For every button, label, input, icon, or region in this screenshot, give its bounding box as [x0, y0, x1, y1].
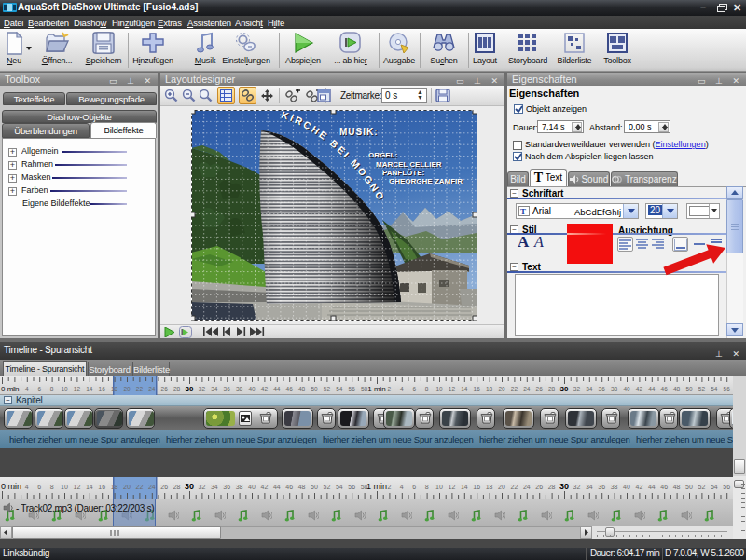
svg-text:38: 38 — [611, 484, 618, 490]
svg-text:12: 12 — [449, 386, 456, 392]
svg-text:16: 16 — [473, 484, 480, 490]
svg-text:30: 30 — [186, 385, 194, 393]
svg-text:42: 42 — [636, 386, 643, 392]
svg-text:40: 40 — [248, 484, 256, 490]
svg-text:50: 50 — [685, 386, 693, 392]
svg-text:2: 2 — [387, 484, 391, 490]
svg-text:52: 52 — [324, 484, 331, 490]
svg-text:20: 20 — [123, 386, 131, 392]
svg-text:40: 40 — [248, 386, 256, 392]
svg-text:8: 8 — [425, 386, 429, 392]
svg-text:40: 40 — [623, 386, 630, 392]
svg-text:0 min: 0 min — [1, 482, 21, 491]
svg-text:12: 12 — [74, 386, 81, 392]
svg-text:12: 12 — [74, 484, 81, 490]
svg-text:14: 14 — [86, 386, 93, 392]
svg-text:36: 36 — [599, 386, 606, 392]
svg-text:22: 22 — [511, 386, 518, 392]
svg-text:46: 46 — [286, 386, 294, 392]
svg-text:26: 26 — [161, 386, 169, 392]
svg-text:GHEORGHE ZAMFIR: GHEORGHE ZAMFIR — [389, 177, 463, 185]
svg-text:36: 36 — [598, 484, 605, 490]
svg-text:36: 36 — [223, 484, 230, 490]
svg-text:20: 20 — [498, 484, 505, 490]
svg-text:12: 12 — [449, 484, 456, 490]
svg-text:34: 34 — [586, 484, 593, 490]
svg-text:32: 32 — [573, 484, 581, 490]
svg-text:26: 26 — [536, 386, 544, 392]
svg-text:54: 54 — [336, 484, 343, 490]
svg-text:44: 44 — [648, 386, 656, 392]
svg-text:MUSIK:: MUSIK: — [339, 127, 379, 137]
svg-text:6: 6 — [37, 484, 41, 490]
svg-text:6: 6 — [37, 386, 41, 392]
svg-text:14: 14 — [86, 484, 93, 490]
svg-text:16: 16 — [474, 386, 481, 392]
svg-text:42: 42 — [636, 484, 643, 490]
svg-text:32: 32 — [573, 386, 581, 392]
svg-text:10: 10 — [61, 484, 68, 490]
svg-text:34: 34 — [586, 386, 593, 392]
svg-text:4: 4 — [400, 484, 404, 490]
svg-text:16: 16 — [98, 484, 105, 490]
svg-text:6: 6 — [412, 484, 416, 490]
svg-text:36: 36 — [224, 386, 231, 392]
svg-text:32: 32 — [199, 484, 206, 490]
svg-text:14: 14 — [461, 386, 468, 392]
svg-text:18: 18 — [486, 484, 493, 490]
svg-text:46: 46 — [660, 484, 668, 490]
svg-text:24: 24 — [523, 386, 531, 392]
svg-text:10: 10 — [435, 484, 443, 490]
svg-text:48: 48 — [298, 484, 306, 490]
svg-text:52: 52 — [698, 386, 706, 392]
svg-text:MARCEL CELLIER: MARCEL CELLIER — [376, 160, 442, 169]
svg-text:24: 24 — [148, 386, 156, 392]
svg-text:4: 4 — [25, 484, 29, 490]
svg-text:22: 22 — [136, 484, 144, 490]
svg-text:14: 14 — [461, 484, 468, 490]
svg-text:40: 40 — [623, 484, 630, 490]
svg-text:44: 44 — [273, 386, 281, 392]
svg-text:38: 38 — [236, 484, 243, 490]
svg-text:46: 46 — [285, 484, 293, 490]
svg-text:8: 8 — [425, 484, 429, 490]
svg-text:6: 6 — [412, 386, 416, 392]
svg-text:44: 44 — [273, 484, 281, 490]
svg-text:26: 26 — [160, 484, 168, 490]
svg-text:PANFLÖTE:: PANFLÖTE: — [382, 169, 424, 177]
svg-text:24: 24 — [148, 484, 156, 490]
svg-text:54: 54 — [711, 386, 718, 392]
svg-text:56: 56 — [723, 484, 730, 490]
svg-text:28: 28 — [548, 484, 556, 490]
svg-text:38: 38 — [236, 386, 243, 392]
svg-text:26: 26 — [535, 484, 543, 490]
svg-text:56: 56 — [349, 386, 356, 392]
svg-text:48: 48 — [298, 386, 306, 392]
svg-text:28: 28 — [173, 484, 181, 490]
svg-text:22: 22 — [136, 386, 144, 392]
svg-text:10: 10 — [61, 386, 68, 392]
svg-text:54: 54 — [711, 484, 718, 490]
svg-text:18: 18 — [486, 386, 493, 392]
svg-text:T: T — [520, 207, 526, 216]
svg-text:32: 32 — [199, 386, 206, 392]
svg-text:30: 30 — [560, 482, 569, 491]
svg-text:52: 52 — [324, 386, 331, 392]
svg-text:50: 50 — [685, 484, 693, 490]
svg-text:30: 30 — [560, 385, 569, 393]
svg-text:20: 20 — [498, 386, 505, 392]
svg-text:10: 10 — [435, 386, 443, 392]
svg-text:50: 50 — [311, 484, 318, 490]
svg-text:50: 50 — [311, 386, 318, 392]
svg-text:22: 22 — [511, 484, 518, 490]
svg-text:18: 18 — [111, 484, 118, 490]
svg-text:42: 42 — [261, 386, 269, 392]
svg-text:28: 28 — [173, 386, 181, 392]
svg-text:48: 48 — [673, 386, 681, 392]
svg-text:0 min: 0 min — [1, 385, 20, 393]
svg-text:1 min: 1 min — [366, 482, 387, 491]
svg-text:42: 42 — [261, 484, 269, 490]
svg-text:48: 48 — [673, 484, 681, 490]
svg-text:16: 16 — [99, 386, 106, 392]
svg-text:20: 20 — [123, 484, 131, 490]
